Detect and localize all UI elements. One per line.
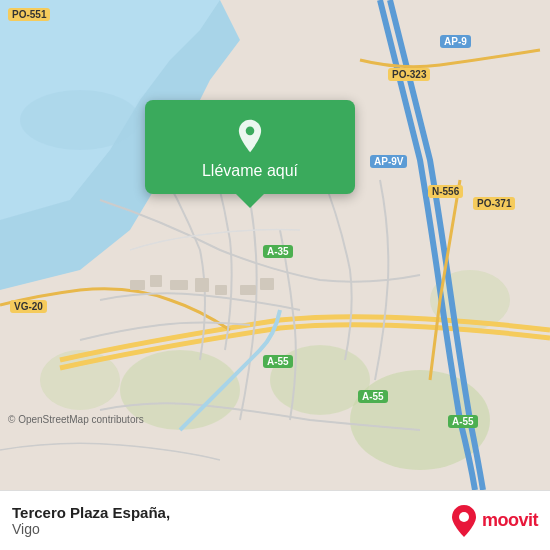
road-label-po323: PO-323: [388, 68, 430, 81]
map-attribution: © OpenStreetMap contributors: [8, 414, 144, 425]
road-label-a55-3: A-55: [448, 415, 478, 428]
svg-rect-14: [240, 285, 256, 295]
svg-rect-11: [170, 280, 188, 290]
moovit-text: moovit: [482, 510, 538, 531]
road-label-po371: PO-371: [473, 197, 515, 210]
bottom-bar: Tercero Plaza España, Vigo moovit: [0, 490, 550, 550]
location-name: Tercero Plaza España,: [12, 504, 170, 521]
road-label-a35: A-35: [263, 245, 293, 258]
road-label-ap9: AP-9: [440, 35, 471, 48]
moovit-logo[interactable]: moovit: [450, 504, 538, 538]
road-label-vg20: VG-20: [10, 300, 47, 313]
moovit-pin-icon: [450, 504, 478, 538]
svg-rect-15: [260, 278, 274, 290]
location-pin-icon: [232, 118, 268, 154]
road-label-a55-2: A-55: [358, 390, 388, 403]
road-label-po551: PO-551: [8, 8, 50, 21]
svg-point-16: [246, 127, 255, 136]
road-label-n556: N-556: [428, 185, 463, 198]
map-container: PO-551 AP-9V AP-9 PO-323 N-556 PO-371 A-…: [0, 0, 550, 490]
road-label-a55-1: A-55: [263, 355, 293, 368]
navigation-popup[interactable]: Llévame aquí: [145, 100, 355, 194]
svg-point-3: [20, 90, 140, 150]
svg-point-17: [459, 512, 469, 522]
road-label-ap9v: AP-9V: [370, 155, 407, 168]
svg-rect-12: [195, 278, 209, 292]
svg-rect-10: [150, 275, 162, 287]
popup-label: Llévame aquí: [202, 162, 298, 180]
location-city: Vigo: [12, 521, 170, 537]
svg-rect-9: [130, 280, 145, 290]
svg-rect-13: [215, 285, 227, 295]
location-info: Tercero Plaza España, Vigo: [12, 504, 170, 537]
